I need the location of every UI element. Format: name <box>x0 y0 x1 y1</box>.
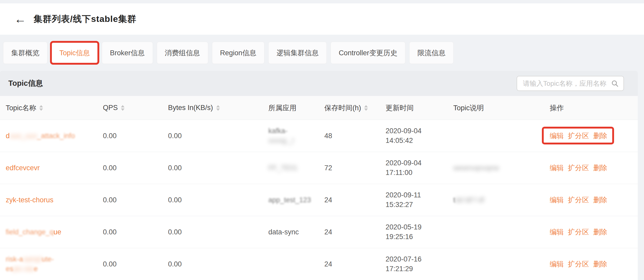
edit-action[interactable]: 编辑 <box>550 227 564 237</box>
column-label: Bytes In(KB/s) <box>168 104 213 112</box>
actions-group: 编辑扩分区删除 <box>550 163 607 173</box>
cell-actions: 编辑扩分区删除 <box>550 163 638 173</box>
column-header-qps[interactable]: QPS <box>103 104 168 112</box>
edit-action[interactable]: 编辑 <box>550 131 564 141</box>
redacted-text: uuo_uuo <box>10 132 37 140</box>
expand-partition-action[interactable]: 扩分区 <box>568 227 589 237</box>
column-label: 所属应用 <box>268 103 296 113</box>
expand-partition-action[interactable]: 扩分区 <box>568 131 589 141</box>
edit-action[interactable]: 编辑 <box>550 259 564 269</box>
tabs: 集群概览Topic信息Broker信息消费组信息Region信息逻辑集群信息Co… <box>0 42 644 64</box>
topic-link[interactable]: field_change_que <box>6 227 61 237</box>
column-header-topic[interactable]: Topic名称 <box>0 103 103 113</box>
redacted-text: field_change_q <box>6 228 53 236</box>
topic-link[interactable]: risk-asamplute-espic-stae <box>6 254 54 274</box>
expand-partition-action[interactable]: 扩分区 <box>568 195 589 205</box>
spacer <box>0 35 644 42</box>
cell-bytes-in: 0.00 <box>168 132 268 140</box>
tab-限流信息[interactable]: 限流信息 <box>409 42 454 64</box>
table-row: zyk-test-chorus0.000.00app_test_12324202… <box>0 184 638 216</box>
cell-bytes-in: 0.00 <box>168 196 268 204</box>
cell-desc: wewnvqnvqnw <box>453 163 550 173</box>
expand-partition-action[interactable]: 扩分区 <box>568 163 589 173</box>
section-bar: Topic信息 <box>0 71 638 96</box>
app-name: kafka-xxxxg._l <box>268 126 294 145</box>
tab-消费组信息[interactable]: 消费组信息 <box>157 42 208 64</box>
delete-action[interactable]: 删除 <box>593 131 607 141</box>
column-header-actions: 操作 <box>550 103 638 113</box>
cell-retention: 24 <box>324 228 386 236</box>
sort-arrows-icon[interactable] <box>216 105 220 111</box>
cell-retention: 24 <box>324 260 386 268</box>
cell-qps: 0.00 <box>103 228 168 236</box>
table-row: field_change_que0.000.00data-sync242020-… <box>0 216 638 248</box>
cell-topic-name: risk-asamplute-espic-stae <box>0 254 103 274</box>
app-name: FF_TE01 <box>268 163 298 173</box>
delete-action[interactable]: 删除 <box>593 259 607 269</box>
sort-asc-icon[interactable] <box>121 105 125 107</box>
tab-集群概览[interactable]: 集群概览 <box>3 42 47 64</box>
redacted-text: _attack_info <box>37 132 75 140</box>
delete-action[interactable]: 删除 <box>593 227 607 237</box>
tab-Region信息[interactable]: Region信息 <box>212 42 265 64</box>
redacted-text: t <box>453 196 455 204</box>
column-label: Topic说明 <box>453 103 484 113</box>
topic-desc: tdd ldf f df <box>453 195 484 205</box>
sort-desc-icon[interactable] <box>39 108 43 111</box>
sort-desc-icon[interactable] <box>121 108 125 111</box>
delete-action[interactable]: 删除 <box>593 163 607 173</box>
column-header-retention_h[interactable]: 保存时间(h) <box>324 103 386 113</box>
redacted-text: es <box>6 265 13 273</box>
sort-asc-icon[interactable] <box>216 105 220 107</box>
delete-action[interactable]: 删除 <box>593 195 607 205</box>
redacted-text: FF_TE01 <box>268 164 298 172</box>
sort-arrows-icon[interactable] <box>121 105 125 111</box>
cell-topic-name: field_change_que <box>0 227 103 237</box>
sort-arrows-icon[interactable] <box>39 105 43 111</box>
tab-Controller变更历史[interactable]: Controller变更历史 <box>331 42 405 64</box>
column-header-bytes_in[interactable]: Bytes In(KB/s) <box>168 104 268 112</box>
actions-group: 编辑扩分区删除 <box>550 227 607 237</box>
sort-asc-icon[interactable] <box>364 105 368 107</box>
updated-time: 2020-05-1919:25:16 <box>386 222 422 242</box>
table-row: edfcevcevr0.000.00FF_TE01722020-09-0417:… <box>0 152 638 184</box>
page-header: ← 集群列表/线下stable集群 <box>0 3 644 35</box>
search-input[interactable] <box>523 80 611 88</box>
updated-time: 2020-09-0417:11:00 <box>386 158 422 178</box>
topic-link[interactable]: zyk-test-chorus <box>6 195 53 205</box>
topic-link[interactable]: duuo_uuo_attack_info <box>6 131 75 141</box>
cell-bytes-in: 0.00 <box>168 164 268 172</box>
qps-value: 0.00 <box>103 260 117 268</box>
sort-desc-icon[interactable] <box>216 108 220 111</box>
cell-app: data-sync <box>268 227 324 237</box>
edit-action[interactable]: 编辑 <box>550 163 564 173</box>
top-strip <box>0 0 644 3</box>
cell-topic-name: edfcevcevr <box>0 163 103 173</box>
search-box[interactable] <box>517 76 624 91</box>
bytes-in-value: 0.00 <box>168 132 182 140</box>
sort-arrows-icon[interactable] <box>364 105 368 111</box>
text: ue <box>53 228 61 236</box>
topic-link[interactable]: edfcevcevr <box>6 163 40 173</box>
app-name: data-sync <box>268 227 299 237</box>
edit-action[interactable]: 编辑 <box>550 195 564 205</box>
sort-desc-icon[interactable] <box>364 108 368 111</box>
column-label: 操作 <box>550 103 564 113</box>
tab-Topic信息[interactable]: Topic信息 <box>51 42 98 64</box>
bytes-in-value: 0.00 <box>168 196 182 204</box>
table-row: risk-asamplute-espic-stae0.000.00242020-… <box>0 248 638 280</box>
sort-asc-icon[interactable] <box>39 105 43 107</box>
cell-desc: tdd ldf f df <box>453 195 550 205</box>
back-arrow-icon[interactable]: ← <box>14 13 26 25</box>
redacted-text: risk-a <box>6 255 23 263</box>
section-title: Topic信息 <box>8 78 43 89</box>
tab-Broker信息[interactable]: Broker信息 <box>102 42 153 64</box>
expand-partition-action[interactable]: 扩分区 <box>568 259 589 269</box>
search-icon[interactable] <box>611 80 619 87</box>
qps-value: 0.00 <box>103 196 117 204</box>
cell-retention: 72 <box>324 164 386 172</box>
tab-逻辑集群信息[interactable]: 逻辑集群信息 <box>268 42 327 64</box>
updated-time: 2020-09-0414:05:42 <box>386 126 422 145</box>
cell-retention: 48 <box>324 132 386 140</box>
cell-app: app_test_123 <box>268 195 324 205</box>
